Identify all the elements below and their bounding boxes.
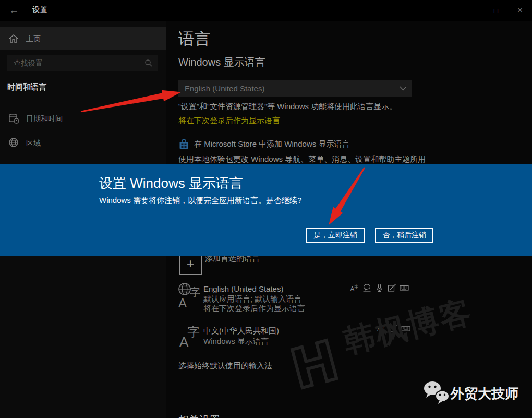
- display-language-heading: Windows 显示语言: [178, 55, 265, 69]
- calendar-clock-icon: [8, 113, 20, 124]
- language-item-detail: 将在下次登录后作为显示语言: [203, 304, 305, 314]
- chevron-down-icon: [400, 86, 407, 91]
- sign-out-now-button[interactable]: 是，立即注销: [306, 228, 365, 243]
- wechat-icon: [422, 380, 451, 405]
- language-item-name[interactable]: English (United States): [203, 284, 283, 293]
- search-placeholder: 查找设置: [14, 55, 43, 71]
- back-button[interactable]: ←: [6, 4, 22, 17]
- display-language-description: “设置”和“文件资源管理器”等 Windows 功能将使用此语言显示。: [178, 102, 397, 112]
- store-caption: 使用本地体验包更改 Windows 导航、菜单、消息、设置和帮助主题所用: [178, 154, 426, 164]
- store-link-label: 在 Microsoft Store 中添加 Windows 显示语言: [194, 139, 349, 149]
- related-settings-heading: 相关设置: [178, 413, 220, 418]
- characters-icon: 字A: [179, 325, 201, 349]
- page-title: 语言: [178, 28, 211, 50]
- svg-text:A: A: [179, 334, 189, 349]
- close-button[interactable]: ×: [508, 0, 532, 21]
- home-icon: [8, 33, 19, 44]
- dialog-message: Windows 需要将你注销，以便完全应用新语言。是否继续?: [99, 196, 301, 206]
- dropdown-value: English (United States): [185, 80, 264, 97]
- titlebar: ← 设置 – □ ×: [0, 0, 532, 21]
- sidebar-item-date-time[interactable]: 日期和时间: [0, 108, 166, 129]
- search-input[interactable]: 查找设置: [7, 55, 158, 71]
- language-item-detail: 默认应用语言; 默认输入语言: [203, 294, 301, 304]
- language-item-detail: Windows 显示语言: [203, 337, 269, 347]
- window-title: 设置: [32, 5, 48, 15]
- language-globe-icon: 字A: [177, 282, 201, 309]
- close-icon: ×: [517, 5, 523, 16]
- maximize-icon: □: [494, 7, 498, 15]
- plus-icon: +: [186, 256, 194, 272]
- wechat-account-name: 外贸大技师: [451, 385, 518, 403]
- sidebar-item-label: 日期和时间: [26, 108, 63, 129]
- display-language-icon: A字: [349, 283, 359, 292]
- settings-window: ← 设置 – □ × 主页 查找设置 时间和语言 日期和时间: [0, 0, 532, 418]
- handwriting-icon: [387, 283, 396, 292]
- language-feature-icons: A字: [349, 283, 409, 292]
- input-method-note: 选择始终默认使用的输入法: [178, 361, 272, 371]
- globe-icon: [8, 137, 19, 148]
- sidebar-item-home[interactable]: 主页: [0, 27, 166, 50]
- sidebar-item-region[interactable]: 区域: [0, 133, 166, 153]
- speech-recognition-icon: [374, 283, 384, 292]
- microsoft-store-icon: [178, 139, 189, 150]
- dialog-title: 设置 Windows 显示语言: [99, 174, 243, 193]
- sidebar-item-label: 区域: [26, 133, 41, 153]
- text-to-speech-icon: [362, 283, 371, 292]
- minimize-button[interactable]: –: [460, 0, 484, 21]
- svg-text:A: A: [178, 296, 187, 309]
- svg-text:字: 字: [190, 286, 200, 298]
- sidebar-section-title: 时间和语言: [7, 82, 46, 92]
- search-icon: [144, 59, 153, 67]
- svg-text:字: 字: [187, 325, 200, 339]
- language-item-name[interactable]: 中文(中华人民共和国): [203, 326, 279, 336]
- display-language-dropdown[interactable]: English (United States): [178, 80, 412, 97]
- sign-out-dialog: 设置 Windows 显示语言 Windows 需要将你注销，以便完全应用新语言…: [0, 164, 532, 256]
- pending-display-language-note: 将在下次登录后作为显示语言: [178, 116, 280, 126]
- sign-out-later-button[interactable]: 否，稍后注销: [375, 228, 433, 243]
- minimize-icon: –: [470, 7, 474, 15]
- sidebar-item-label: 主页: [26, 27, 41, 50]
- keyboard-icon: [400, 283, 409, 292]
- window-controls: – □ ×: [460, 0, 532, 21]
- maximize-button[interactable]: □: [484, 0, 508, 21]
- back-arrow-icon: ←: [9, 5, 19, 16]
